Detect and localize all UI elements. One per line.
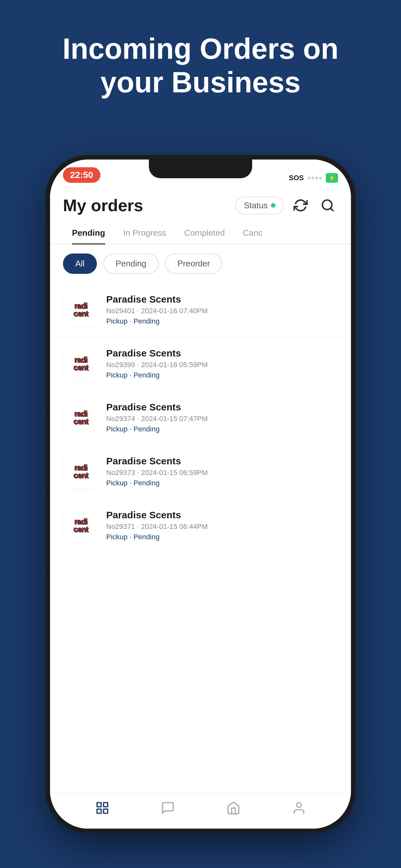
store-icon [224, 799, 243, 817]
tab-completed[interactable]: Completed [175, 222, 234, 244]
sos-label: SOS [289, 174, 304, 182]
order-list: radi cent Paradise Scents No29401 · 2024… [50, 283, 351, 829]
search-button[interactable] [317, 195, 338, 216]
nav-chat[interactable] [159, 799, 177, 817]
battery-icon: ⚡ [326, 173, 338, 183]
order-info: Paradise Scents No29371 · 2024-01-15 06:… [106, 509, 338, 541]
nav-store[interactable] [224, 799, 243, 817]
order-tags: Pickup · Pending [106, 479, 338, 487]
order-tags: Pickup · Pending [106, 317, 338, 326]
order-logo: radi cent [63, 292, 98, 328]
refresh-button[interactable] [290, 195, 311, 216]
status-badge[interactable]: Status [235, 197, 284, 214]
page-title: My orders [63, 196, 229, 215]
order-item[interactable]: radi cent Paradise Scents No29401 · 2024… [50, 283, 351, 337]
nav-orders[interactable] [93, 799, 112, 817]
svg-rect-5 [103, 809, 107, 813]
order-meta: No29374 · 2024-01-15 07:47PM [106, 414, 338, 423]
order-logo: radi cent [63, 454, 98, 489]
header: My orders Status [50, 185, 351, 216]
order-meta: No29401 · 2024-01-16 07:40PM [106, 307, 338, 315]
order-info: Paradise Scents No29373 · 2024-01-15 06:… [106, 456, 338, 487]
svg-rect-4 [97, 809, 101, 813]
order-info: Paradise Scents No29401 · 2024-01-16 07:… [106, 294, 338, 326]
status-dot [271, 203, 275, 208]
svg-rect-2 [97, 802, 101, 807]
bottom-nav [50, 793, 351, 829]
order-name: Paradise Scents [106, 509, 338, 521]
hero-title: Incoming Orders on your Business [0, 32, 401, 99]
profile-icon [290, 799, 308, 817]
filter-preorder[interactable]: Preorder [165, 253, 222, 274]
order-name: Paradise Scents [106, 348, 338, 359]
wifi-icon [308, 177, 322, 179]
order-tags: Pickup · Pending [106, 425, 338, 433]
order-info: Paradise Scents No29374 · 2024-01-15 07:… [106, 402, 338, 433]
phone-inner: 22:50 SOS ⚡ My orders Status [50, 159, 351, 829]
order-logo: radi cent [63, 400, 98, 435]
tab-pending[interactable]: Pending [63, 222, 114, 244]
tabs: Pending In Progress Completed Canc [50, 222, 351, 244]
phone-frame: 22:50 SOS ⚡ My orders Status [45, 155, 356, 833]
order-item[interactable]: radi cent Paradise Scents No29373 · 2024… [50, 445, 351, 499]
order-meta: No29371 · 2024-01-15 06:44PM [106, 523, 338, 531]
orders-icon [93, 799, 112, 817]
order-meta: No29373 · 2024-01-15 06:59PM [106, 469, 338, 477]
order-item[interactable]: radi cent Paradise Scents No29399 · 2024… [50, 337, 351, 391]
order-name: Paradise Scents [106, 402, 338, 413]
time-badge: 22:50 [63, 167, 100, 183]
order-logo: radi cent [63, 507, 98, 543]
filter-all[interactable]: All [63, 253, 97, 274]
svg-line-1 [331, 208, 333, 211]
filter-row: All Pending Preorder [50, 244, 351, 283]
status-label: Status [244, 200, 268, 211]
svg-rect-3 [103, 802, 107, 807]
order-item[interactable]: radi cent Paradise Scents No29371 · 2024… [50, 499, 351, 553]
screen-content: My orders Status [50, 185, 351, 829]
order-tags: Pickup · Pending [106, 533, 338, 541]
svg-point-6 [297, 802, 301, 807]
order-logo: radi cent [63, 346, 98, 381]
chat-icon [159, 799, 177, 817]
tab-in-progress[interactable]: In Progress [114, 222, 175, 244]
order-item[interactable]: radi cent Paradise Scents No29374 · 2024… [50, 391, 351, 445]
order-info: Paradise Scents No29399 · 2024-01-16 05:… [106, 348, 338, 379]
order-tags: Pickup · Pending [106, 371, 338, 379]
order-meta: No29399 · 2024-01-16 05:59PM [106, 361, 338, 369]
phone-notch [149, 159, 252, 178]
order-name: Paradise Scents [106, 456, 338, 467]
filter-pending[interactable]: Pending [103, 253, 158, 274]
order-name: Paradise Scents [106, 294, 338, 305]
tab-cancelled[interactable]: Canc [234, 222, 272, 244]
nav-profile[interactable] [290, 799, 308, 817]
